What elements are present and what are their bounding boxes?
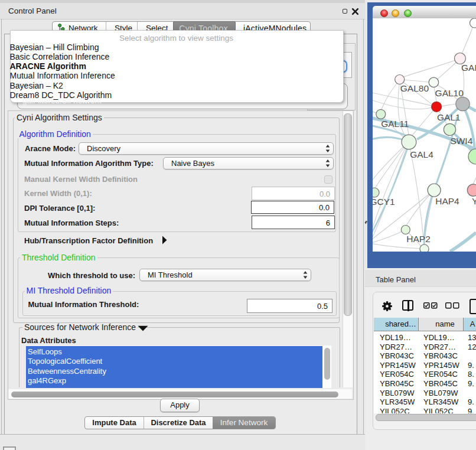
svg-text:HAP4: HAP4 [435,196,459,206]
svg-text:GAL1: GAL1 [437,112,461,122]
svg-text:GAL4: GAL4 [410,149,433,159]
svg-text:GAL7: GAL7 [461,63,476,73]
svg-text:GAL10: GAL10 [435,88,464,98]
svg-text:HAP2: HAP2 [406,234,431,244]
svg-text:YJ: YJ [472,196,476,206]
svg-text:GCY1: GCY1 [373,197,395,207]
svg-text:SWI4: SWI4 [450,136,472,146]
svg-text:GAL11: GAL11 [381,119,409,129]
svg-text:GAL80: GAL80 [400,83,429,93]
